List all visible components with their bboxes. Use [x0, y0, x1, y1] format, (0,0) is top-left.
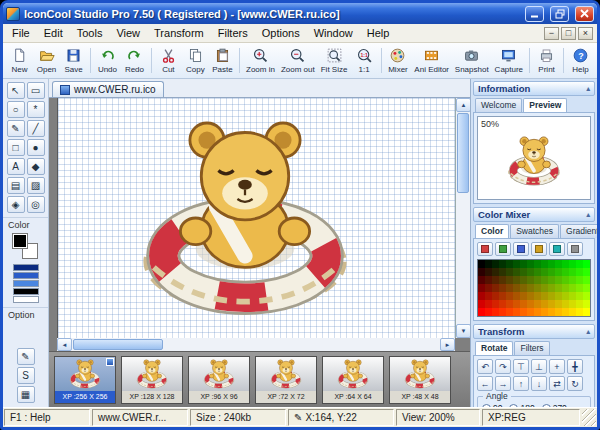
restore-button[interactable]	[550, 6, 569, 22]
copy-button[interactable]: Copy	[182, 44, 209, 77]
palette-swatch[interactable]	[485, 284, 492, 292]
angle-radio-270[interactable]	[542, 404, 551, 408]
palette-swatch[interactable]	[569, 284, 576, 292]
palette-swatch[interactable]	[485, 268, 492, 276]
menu-tools[interactable]: Tools	[70, 25, 110, 41]
palette-swatch[interactable]	[513, 300, 520, 308]
undo-button[interactable]: Undo	[94, 44, 121, 77]
scroll-left-button[interactable]: ◄	[57, 338, 72, 351]
palette-swatch[interactable]	[513, 276, 520, 284]
palette-swatch[interactable]	[478, 276, 485, 284]
palette-swatch[interactable]	[534, 268, 541, 276]
shift-down-button[interactable]: ↓	[531, 376, 547, 391]
print-button[interactable]: Print	[533, 44, 560, 77]
resize-grip[interactable]	[582, 409, 596, 426]
mdi-close-button[interactable]: ×	[578, 27, 593, 40]
gradient-tool[interactable]: ▨	[27, 177, 45, 194]
palette-swatch[interactable]	[534, 260, 541, 268]
palette-swatch[interactable]	[499, 284, 506, 292]
palette-swatch[interactable]	[492, 268, 499, 276]
palette-swatch[interactable]	[555, 292, 562, 300]
color-mixer-tab-swatches[interactable]: Swatches	[510, 224, 559, 238]
color-strip[interactable]	[13, 264, 39, 271]
palette-swatch[interactable]	[478, 268, 485, 276]
palette-swatch[interactable]	[576, 268, 583, 276]
collapse-icon[interactable]: ▴	[586, 211, 590, 219]
brush-tool[interactable]: ✎	[17, 348, 35, 365]
palette-swatch[interactable]	[520, 292, 527, 300]
flip-up-button[interactable]: ⊤	[513, 359, 529, 374]
palette-swatch[interactable]	[583, 308, 590, 316]
text-tool[interactable]: A	[7, 158, 25, 175]
palette-swatch[interactable]	[562, 260, 569, 268]
palette-swatch[interactable]	[555, 300, 562, 308]
ellipse-tool[interactable]: ●	[27, 139, 45, 156]
shift-up-button[interactable]: ↑	[513, 376, 529, 391]
palette-swatch[interactable]	[499, 308, 506, 316]
save-palette-button[interactable]	[531, 242, 547, 256]
palette-swatch[interactable]	[562, 292, 569, 300]
palette-swatch[interactable]	[562, 276, 569, 284]
palette-swatch[interactable]	[541, 300, 548, 308]
palette-swatch[interactable]	[492, 292, 499, 300]
ani-editor-button[interactable]: Ani Editor	[411, 44, 451, 77]
thumbnail[interactable]: XP :64 X 64	[322, 356, 384, 404]
horizontal-scrollbar[interactable]: ◄ ►	[57, 338, 455, 351]
title-bar[interactable]: IconCool Studio Pro 7.50 ( Registered ) …	[3, 3, 597, 24]
palette-swatch[interactable]	[569, 260, 576, 268]
capture-button[interactable]: Capture	[492, 44, 527, 77]
information-tab-welcome[interactable]: Welcome	[475, 98, 522, 112]
palette-swatch[interactable]	[569, 308, 576, 316]
palette-swatch[interactable]	[478, 300, 485, 308]
horizontal-scroll-track[interactable]	[164, 338, 440, 351]
color-mixer-header[interactable]: Color Mixer ▴	[473, 207, 595, 222]
palette-swatch[interactable]	[527, 284, 534, 292]
palette-swatch[interactable]	[520, 260, 527, 268]
foreground-background-swatch[interactable]	[11, 233, 41, 261]
palette-swatch[interactable]	[478, 292, 485, 300]
palette-swatch[interactable]	[548, 308, 555, 316]
collapse-icon[interactable]: ▴	[586, 328, 590, 336]
palette-swatch[interactable]	[527, 276, 534, 284]
pencil-tool[interactable]: ✎	[7, 120, 25, 137]
rectangle-tool[interactable]: □	[7, 139, 25, 156]
palette-swatch[interactable]	[555, 276, 562, 284]
palette-swatch[interactable]	[576, 308, 583, 316]
mdi-restore-button[interactable]: □	[561, 27, 576, 40]
menu-edit[interactable]: Edit	[37, 25, 70, 41]
palette-swatch[interactable]	[492, 284, 499, 292]
palette-swatch[interactable]	[520, 284, 527, 292]
information-header[interactable]: Information ▴	[473, 81, 595, 96]
shift-left-button[interactable]: ←	[477, 376, 493, 391]
palette-swatch[interactable]	[583, 284, 590, 292]
mdi-minimize-button[interactable]: −	[544, 27, 559, 40]
palette-swatch[interactable]	[541, 308, 548, 316]
palette-swatch[interactable]	[478, 308, 485, 316]
line-tool[interactable]: ╱	[27, 120, 45, 137]
zoom-out-button[interactable]: Zoom out	[278, 44, 318, 77]
swap-button[interactable]: ⇄	[549, 376, 565, 391]
palette-swatch[interactable]	[499, 268, 506, 276]
scroll-up-button[interactable]: ▲	[456, 98, 471, 112]
palette-swatch[interactable]	[513, 284, 520, 292]
zoom-in-button[interactable]: Zoom in	[243, 44, 278, 77]
angle-radio-180[interactable]	[509, 404, 518, 408]
expand-button[interactable]: +	[549, 359, 565, 374]
palette-swatch[interactable]	[562, 268, 569, 276]
transform-header[interactable]: Transform ▴	[473, 324, 595, 339]
information-tab-preview[interactable]: Preview	[523, 98, 567, 112]
palette-swatch[interactable]	[513, 308, 520, 316]
palette-swatch[interactable]	[583, 292, 590, 300]
thumbnail[interactable]: XP :72 X 72	[255, 356, 317, 404]
palette-swatch[interactable]	[485, 276, 492, 284]
rotate-left-button[interactable]: ↶	[477, 359, 493, 374]
thumbnail[interactable]: XP :48 X 48	[389, 356, 451, 404]
open-button[interactable]: Open	[33, 44, 60, 77]
menu-help[interactable]: Help	[360, 25, 397, 41]
flip-down-button[interactable]: ⊥	[531, 359, 547, 374]
palette-swatch[interactable]	[534, 308, 541, 316]
scroll-right-button[interactable]: ►	[440, 338, 455, 351]
snapshot-button[interactable]: Snapshot	[452, 44, 492, 77]
center-button[interactable]: ╋	[567, 359, 583, 374]
marquee-tool[interactable]: ▭	[27, 82, 45, 99]
